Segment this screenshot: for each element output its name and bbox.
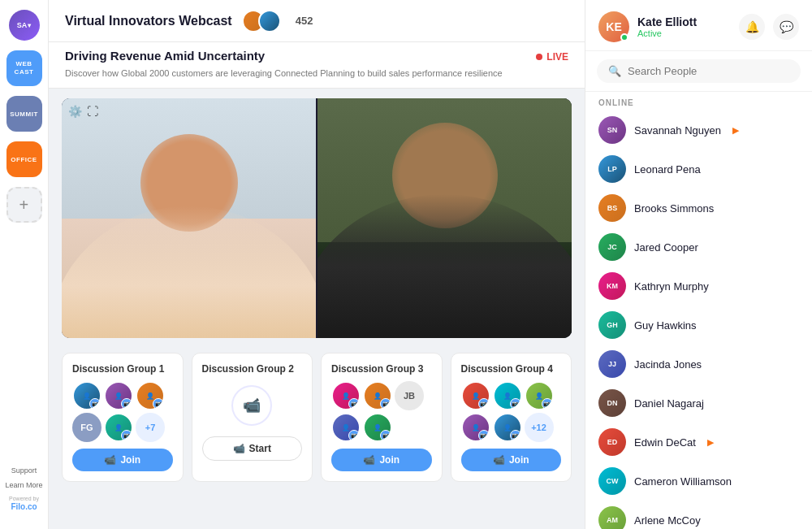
male-speaker-video bbox=[317, 98, 572, 338]
person-name-daniel: Daniel Nagaraj bbox=[634, 397, 704, 410]
person-item-daniel[interactable]: DN Daniel Nagaraj bbox=[585, 384, 812, 423]
group-4-avatars: 👤 📷 👤 📷 👤 📷 👤 📷 👤 📷 bbox=[461, 381, 562, 442]
user-avatar: KE bbox=[598, 11, 629, 42]
chat-button[interactable]: 💬 bbox=[773, 14, 799, 40]
sidebar-item-office[interactable]: OFFICE bbox=[6, 141, 42, 177]
group-1-join-button[interactable]: 📹 Join bbox=[72, 449, 173, 471]
cam-badge-icon: 📷 bbox=[348, 430, 360, 441]
person-name-guy: Guy Hawkins bbox=[634, 319, 697, 332]
group-avatar: 👤 📷 bbox=[493, 413, 522, 442]
person-name-arlene: Arlene McCoy bbox=[634, 514, 701, 527]
left-sidebar: SA ▾ WEBCAST SUMMIT OFFICE + Support Lea… bbox=[0, 0, 49, 529]
sidebar-bottom: Support Learn More Powered by Filo.co bbox=[5, 466, 42, 519]
group-avatar: 👤 📷 bbox=[363, 413, 392, 442]
cam-badge-icon: 📷 bbox=[348, 398, 360, 410]
cam-badge-icon: 📷 bbox=[478, 430, 490, 441]
filo-logo: Filo.co bbox=[11, 502, 37, 511]
person-avatar-kathryn: KM bbox=[598, 272, 626, 300]
expand-icon[interactable]: ⛶ bbox=[87, 105, 98, 118]
top-header: Virtual Innovators Webcast 452 bbox=[49, 0, 585, 42]
person-avatar-guy: GH bbox=[598, 311, 626, 339]
group-avatar: 👤 📷 bbox=[461, 381, 490, 410]
summit-label: SUMMIT bbox=[10, 111, 38, 118]
group-avatar: 👤 📷 bbox=[525, 381, 554, 410]
camera-icon: 📹 bbox=[363, 454, 375, 466]
person-item-savannah[interactable]: SN Savannah Nguyen ▶ bbox=[585, 111, 812, 150]
person-item-brooks[interactable]: BS Brooks Simmons bbox=[585, 189, 812, 228]
cam-badge-icon: 📷 bbox=[121, 398, 132, 410]
logo-arrow: ▾ bbox=[28, 22, 31, 29]
header-action-icons: 🔔 💬 bbox=[739, 14, 799, 40]
group-avatar: 👤 📷 bbox=[363, 381, 392, 410]
person-avatar-edwin: ED bbox=[598, 428, 626, 456]
sidebar-logo[interactable]: SA ▾ bbox=[9, 10, 40, 41]
fg-badge: FG bbox=[72, 413, 102, 442]
session-top-row: Driving Revenue Amid Uncertainty LIVE bbox=[65, 49, 568, 65]
group-2-empty: 📹 bbox=[202, 381, 303, 430]
person-item-kathryn[interactable]: KM Kathryn Murphy bbox=[585, 267, 812, 306]
add-icon: + bbox=[19, 196, 28, 215]
search-box: 🔍 bbox=[597, 59, 801, 83]
video-area: ⚙️ ⛶ bbox=[62, 98, 572, 338]
live-label: LIVE bbox=[546, 51, 568, 63]
notifications-button[interactable]: 🔔 bbox=[739, 14, 765, 40]
search-input[interactable] bbox=[628, 65, 789, 77]
settings-icon[interactable]: ⚙️ bbox=[68, 105, 82, 118]
sidebar-item-summit[interactable]: SUMMIT bbox=[6, 96, 42, 132]
female-speaker-video bbox=[62, 98, 316, 338]
right-panel: KE Kate Elliott Active 🔔 💬 🔍 ONLINE SN S… bbox=[585, 0, 812, 529]
jb-badge: JB bbox=[395, 381, 424, 410]
person-item-edwin[interactable]: ED Edwin DeCat ▶ bbox=[585, 423, 812, 462]
right-header: KE Kate Elliott Active 🔔 💬 bbox=[585, 0, 812, 51]
discussion-group-4: Discussion Group 4 👤 📷 👤 📷 👤 📷 👤 📷 bbox=[451, 353, 572, 482]
group-2-start-button[interactable]: 📹 Start bbox=[202, 436, 303, 461]
group-avatar: 👤 📷 bbox=[461, 413, 490, 442]
video-icons: ⚙️ ⛶ bbox=[68, 105, 98, 118]
attendee-count: 452 bbox=[296, 15, 313, 27]
cam-badge-icon: 📷 bbox=[478, 398, 490, 410]
person-item-arlene[interactable]: AM Arlene McCoy bbox=[585, 501, 812, 529]
person-item-guy[interactable]: GH Guy Hawkins bbox=[585, 306, 812, 345]
sidebar-item-add[interactable]: + bbox=[6, 187, 42, 223]
online-section-label: ONLINE bbox=[585, 92, 812, 111]
user-initials: KE bbox=[606, 20, 621, 33]
group-3-join-button[interactable]: 📹 Join bbox=[331, 449, 432, 471]
presenter-icon-edwin: ▶ bbox=[707, 437, 714, 448]
person-item-jared[interactable]: JC Jared Cooper bbox=[585, 228, 812, 267]
discussion-group-1: Discussion Group 1 👤 📷 👤 📷 👤 📷 FG 👤 bbox=[62, 353, 184, 482]
cam-badge-icon: 📷 bbox=[153, 398, 164, 410]
person-avatar-arlene: AM bbox=[598, 506, 626, 529]
group-3-avatars: 👤 📷 👤 📷 JB 👤 📷 👤 📷 bbox=[331, 381, 432, 442]
cam-badge-icon: 📷 bbox=[89, 398, 101, 410]
group-3-title: Discussion Group 3 bbox=[331, 363, 432, 375]
search-container: 🔍 bbox=[585, 51, 812, 92]
person-avatar-jared: JC bbox=[598, 233, 626, 261]
sidebar-item-webcast[interactable]: WEBCAST bbox=[6, 50, 42, 86]
group-4-title: Discussion Group 4 bbox=[461, 363, 562, 375]
user-status: Active bbox=[637, 28, 697, 38]
webcast-label: WEBCAST bbox=[15, 60, 34, 76]
person-name-leonard: Leonard Pena bbox=[634, 163, 701, 176]
person-name-kathryn: Kathryn Murphy bbox=[634, 280, 709, 293]
cam-badge-icon: 📷 bbox=[542, 398, 553, 410]
person-item-jacinda[interactable]: JJ Jacinda Jones bbox=[585, 345, 812, 384]
discussion-groups: Discussion Group 1 👤 📷 👤 📷 👤 📷 FG 👤 bbox=[49, 345, 585, 490]
people-list: ONLINE SN Savannah Nguyen ▶ LP Leonard P… bbox=[585, 92, 812, 529]
support-button[interactable]: Support bbox=[11, 466, 37, 475]
logo-initials: SA bbox=[17, 21, 28, 29]
live-dot bbox=[536, 54, 542, 60]
person-item-cameron[interactable]: CW Cameron Williamson bbox=[585, 462, 812, 501]
group-4-join-button[interactable]: 📹 Join bbox=[461, 449, 562, 471]
person-item-leonard[interactable]: LP Leonard Pena bbox=[585, 150, 812, 189]
group-avatar: 👤 📷 bbox=[331, 381, 361, 410]
group-avatar: 👤 📷 bbox=[493, 381, 522, 410]
learn-more-button[interactable]: Learn More bbox=[5, 481, 42, 489]
live-badge: LIVE bbox=[536, 51, 568, 63]
person-avatar-jacinda: JJ bbox=[598, 350, 626, 378]
person-name-jacinda: Jacinda Jones bbox=[634, 358, 702, 371]
user-info: KE Kate Elliott Active bbox=[598, 11, 697, 42]
discussion-group-3: Discussion Group 3 👤 📷 👤 📷 JB 👤 📷 👤 bbox=[321, 353, 443, 482]
group-avatar: 👤 📷 bbox=[136, 381, 165, 410]
search-icon: 🔍 bbox=[608, 65, 621, 77]
person-avatar-savannah: SN bbox=[598, 116, 626, 144]
